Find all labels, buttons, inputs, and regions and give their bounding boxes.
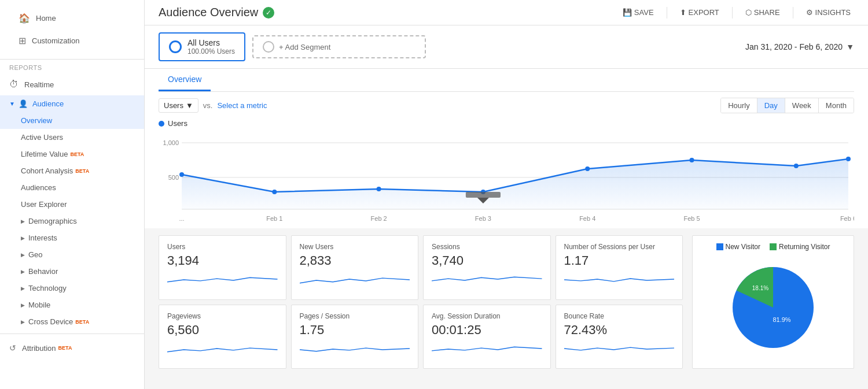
stats-grid: Users 3,194 New Users 2,833 Sessio — [159, 235, 683, 369]
save-button[interactable]: 💾 SAVE — [619, 6, 657, 19]
sidebar-item-active-users[interactable]: Active Users — [0, 129, 144, 146]
sidebar-item-interests[interactable]: Interests — [0, 229, 144, 246]
main-content: Audience Overview ✓ 💾 SAVE ⬆ EXPORT ⬡ SH… — [145, 0, 868, 389]
chart-area: Users 1,000 500 — [159, 119, 854, 228]
month-button[interactable]: Month — [819, 98, 854, 113]
svg-text:Feb 3: Feb 3 — [475, 215, 491, 222]
segment-bar: All Users 100.00% Users + Add Segment Ja… — [145, 25, 868, 69]
sidebar-item-cohort-analysis[interactable]: Cohort Analysis BETA — [0, 162, 144, 179]
sidebar-item-realtime[interactable]: ⏱ Realtime — [0, 73, 144, 95]
stat-card-sessions-per-user: Number of Sessions per User 1.17 — [556, 235, 683, 300]
stat-card-pages-per-session: Pages / Session 1.75 — [291, 305, 419, 369]
sidebar-item-geo[interactable]: Geo — [0, 246, 144, 263]
dropdown-arrow-icon: ▼ — [186, 101, 193, 110]
svg-text:81.9%: 81.9% — [773, 316, 790, 323]
stat-card-sessions: Sessions 3,740 — [423, 235, 551, 300]
svg-point-6 — [179, 172, 184, 177]
hourly-button[interactable]: Hourly — [721, 98, 757, 113]
svg-text:Feb 1: Feb 1 — [266, 215, 282, 222]
svg-point-7 — [272, 190, 277, 194]
svg-text:Feb 4: Feb 4 — [579, 215, 595, 222]
audience-arrow-icon: ▼ — [9, 101, 15, 107]
metric-dropdown[interactable]: Users ▼ — [159, 98, 198, 113]
stat-card-pageviews: Pageviews 6,560 — [159, 305, 286, 369]
returning-visitor-color-box — [770, 243, 777, 250]
svg-point-8 — [377, 187, 381, 191]
date-range-picker[interactable]: Jan 31, 2020 - Feb 6, 2020 ▼ — [745, 42, 854, 51]
divider — [732, 7, 733, 18]
pie-section: New Visitor Returning Visitor — [692, 235, 854, 369]
share-icon: ⬡ — [745, 8, 752, 17]
stat-card-avg-session-duration: Avg. Session Duration 00:01:25 — [423, 305, 551, 369]
chart-controls: Users ▼ vs. Select a metric Hourly Day W… — [159, 92, 854, 119]
select-metric-link[interactable]: Select a metric — [217, 101, 267, 110]
new-visitor-color-box — [716, 243, 723, 250]
sidebar-item-technology[interactable]: Technology — [0, 280, 144, 297]
segment-info: All Users 100.00% Users — [187, 38, 235, 55]
sparkline-pageviews — [167, 341, 278, 357]
verified-icon: ✓ — [263, 7, 274, 18]
save-icon: 💾 — [623, 8, 632, 17]
svg-text:Feb 5: Feb 5 — [683, 215, 700, 222]
stats-section: Users 3,194 New Users 2,833 Sessio — [145, 228, 868, 376]
insights-icon: ⚙ — [806, 8, 813, 17]
divider — [667, 7, 667, 18]
segment-circle-icon — [169, 40, 182, 53]
realtime-icon: ⏱ — [9, 79, 19, 90]
sparkline-sessions — [432, 272, 542, 288]
page-title: Audience Overview ✓ — [159, 6, 274, 19]
top-bar: Audience Overview ✓ 💾 SAVE ⬆ EXPORT ⬡ SH… — [145, 0, 868, 25]
svg-rect-22 — [466, 192, 501, 198]
all-users-segment[interactable]: All Users 100.00% Users — [159, 32, 245, 61]
svg-point-13 — [846, 157, 851, 161]
sparkline-users — [167, 272, 278, 288]
overview-section: Overview Users ▼ vs. Select a metric Hou… — [145, 69, 868, 228]
sidebar-item-home[interactable]: 🏠 Home — [9, 7, 135, 29]
sidebar-item-customization[interactable]: ⊞ Customization — [9, 29, 135, 52]
svg-point-11 — [690, 158, 694, 162]
divider — [793, 7, 793, 18]
sparkline-avg-session-duration — [432, 341, 542, 357]
users-legend-dot — [159, 121, 164, 127]
svg-text:500: 500 — [168, 174, 179, 181]
sidebar-item-cross-device[interactable]: Cross Device BETA — [0, 313, 144, 330]
home-icon: 🏠 — [19, 13, 30, 24]
sidebar-item-behavior[interactable]: Behavior — [0, 263, 144, 280]
sidebar-item-overview[interactable]: Overview — [0, 112, 144, 129]
insights-button[interactable]: ⚙ INSIGHTS — [803, 6, 854, 19]
week-button[interactable]: Week — [785, 98, 819, 113]
sidebar-item-lifetime-value[interactable]: Lifetime Value BETA — [0, 146, 144, 162]
tab-overview[interactable]: Overview — [159, 69, 211, 91]
sidebar-top: 🏠 Home ⊞ Customization — [0, 0, 144, 60]
sidebar-item-user-explorer[interactable]: User Explorer — [0, 196, 144, 213]
reports-section-label: REPORTS — [0, 60, 144, 73]
sparkline-bounce-rate — [564, 341, 675, 357]
stat-card-bounce-rate: Bounce Rate 72.43% — [556, 305, 683, 369]
pie-chart: 81.9% 18.1% — [721, 255, 825, 361]
add-segment-circle-icon — [263, 41, 274, 53]
chart-svg: 1,000 500 ... Fe — [159, 131, 854, 224]
sidebar-item-attribution[interactable]: ↺ Attribution BETA — [0, 338, 144, 358]
sidebar-item-demographics[interactable]: Demographics — [0, 213, 144, 229]
chart-legend: Users — [159, 119, 854, 128]
add-segment-button[interactable]: + Add Segment — [252, 35, 426, 58]
svg-point-12 — [794, 164, 799, 168]
svg-text:Feb 2: Feb 2 — [371, 215, 387, 222]
sidebar-item-mobile[interactable]: Mobile — [0, 297, 144, 313]
export-icon: ⬆ — [680, 8, 686, 17]
share-button[interactable]: ⬡ SHARE — [742, 6, 784, 19]
attribution-icon: ↺ — [9, 343, 16, 353]
sidebar-item-audience[interactable]: ▼ 👤 Audience — [0, 95, 144, 112]
svg-text:18.1%: 18.1% — [752, 285, 768, 291]
export-button[interactable]: ⬆ EXPORT — [676, 6, 723, 19]
sidebar-item-audiences[interactable]: Audiences — [0, 179, 144, 196]
svg-point-10 — [585, 166, 590, 171]
new-visitor-legend: New Visitor — [716, 243, 760, 251]
sidebar: 🏠 Home ⊞ Customization REPORTS ⏱ Realtim… — [0, 0, 145, 389]
customization-icon: ⊞ — [19, 35, 26, 46]
svg-text:1,000: 1,000 — [163, 139, 179, 146]
day-button[interactable]: Day — [757, 98, 785, 113]
metric-select: Users ▼ vs. Select a metric — [159, 98, 267, 113]
audience-icon: 👤 — [19, 99, 28, 108]
svg-text:Feb 6: Feb 6 — [840, 215, 854, 222]
